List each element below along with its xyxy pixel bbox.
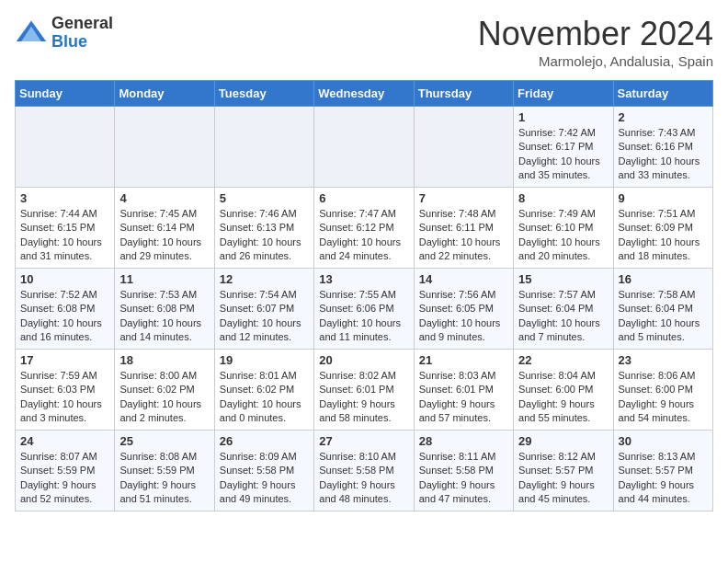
calendar-cell: 21Sunrise: 8:03 AMSunset: 6:01 PMDayligh…: [414, 350, 513, 431]
day-info: Sunrise: 7:59 AM: [20, 369, 109, 383]
day-number: 11: [119, 272, 209, 286]
day-number: 25: [119, 434, 209, 448]
day-info: Sunrise: 8:09 AM: [220, 450, 309, 464]
calendar-cell: 29Sunrise: 8:12 AMSunset: 5:57 PMDayligh…: [514, 431, 613, 511]
day-info: Daylight: 10 hours: [319, 236, 408, 249]
day-info: Sunrise: 8:00 AM: [119, 369, 209, 383]
day-info: Sunset: 5:59 PM: [20, 464, 109, 477]
calendar-cell: 8Sunrise: 7:49 AMSunset: 6:10 PMDaylight…: [514, 188, 613, 269]
day-info: and 31 minutes.: [20, 249, 109, 263]
day-info: Sunrise: 8:01 AM: [220, 369, 309, 383]
calendar-week-row: 1Sunrise: 7:42 AMSunset: 6:17 PMDaylight…: [16, 107, 713, 188]
day-info: Sunrise: 7:44 AM: [20, 207, 109, 221]
calendar-cell: [214, 107, 313, 188]
day-number: 17: [20, 353, 109, 367]
day-number: 16: [619, 272, 708, 286]
logo: General Blue: [15, 15, 113, 52]
weekday-header: Monday: [115, 81, 214, 107]
day-number: 20: [319, 353, 408, 367]
day-info: Daylight: 10 hours: [619, 236, 708, 249]
calendar-cell: 13Sunrise: 7:55 AMSunset: 6:06 PMDayligh…: [314, 269, 414, 350]
day-number: 19: [220, 353, 309, 367]
logo-blue: Blue: [51, 33, 113, 52]
day-info: Sunrise: 7:43 AM: [619, 126, 708, 140]
day-info: Sunrise: 7:52 AM: [20, 288, 109, 302]
calendar-cell: 27Sunrise: 8:10 AMSunset: 5:58 PMDayligh…: [314, 431, 414, 511]
calendar-cell: 3Sunrise: 7:44 AMSunset: 6:15 PMDaylight…: [16, 188, 115, 269]
day-info: and 16 minutes.: [20, 330, 109, 344]
day-info: Sunset: 6:04 PM: [518, 302, 608, 316]
logo-general: General: [51, 15, 113, 33]
day-info: Sunset: 6:01 PM: [419, 383, 508, 396]
calendar-cell: 4Sunrise: 7:45 AMSunset: 6:14 PMDaylight…: [115, 188, 214, 269]
calendar-cell: [16, 107, 115, 188]
day-number: 10: [20, 272, 109, 286]
day-info: and 2 minutes.: [119, 411, 209, 425]
day-info: Sunset: 6:07 PM: [220, 302, 309, 316]
day-info: and 54 minutes.: [619, 411, 708, 425]
calendar-cell: [414, 107, 513, 188]
day-info: and 33 minutes.: [619, 168, 708, 182]
calendar-cell: [314, 107, 414, 188]
day-info: Daylight: 10 hours: [419, 236, 508, 249]
day-info: Daylight: 10 hours: [220, 236, 309, 249]
calendar-cell: 2Sunrise: 7:43 AMSunset: 6:16 PMDaylight…: [613, 107, 712, 188]
day-info: and 24 minutes.: [319, 249, 408, 263]
day-info: and 55 minutes.: [518, 411, 608, 425]
day-info: Sunset: 6:03 PM: [20, 383, 109, 396]
day-info: and 47 minutes.: [419, 492, 508, 506]
day-info: Sunset: 6:09 PM: [619, 221, 708, 235]
day-info: Sunset: 5:57 PM: [518, 464, 608, 477]
day-number: 8: [518, 191, 608, 205]
day-info: Sunset: 6:08 PM: [119, 302, 209, 316]
day-number: 18: [119, 353, 209, 367]
day-info: and 49 minutes.: [220, 492, 309, 506]
calendar-cell: [115, 107, 214, 188]
day-info: and 58 minutes.: [319, 411, 408, 425]
day-info: and 7 minutes.: [518, 330, 608, 344]
day-info: Daylight: 9 hours: [319, 397, 408, 411]
day-info: Sunset: 6:17 PM: [518, 140, 608, 154]
day-info: Daylight: 10 hours: [220, 316, 309, 330]
calendar-cell: 28Sunrise: 8:11 AMSunset: 5:58 PMDayligh…: [414, 431, 513, 511]
calendar-cell: 10Sunrise: 7:52 AMSunset: 6:08 PMDayligh…: [16, 269, 115, 350]
day-info: Sunrise: 7:53 AM: [119, 288, 209, 302]
day-info: Sunrise: 7:58 AM: [619, 288, 708, 302]
calendar-cell: 20Sunrise: 8:02 AMSunset: 6:01 PMDayligh…: [314, 350, 414, 431]
day-info: Daylight: 10 hours: [119, 316, 209, 330]
day-number: 6: [319, 191, 408, 205]
day-info: Sunset: 6:16 PM: [619, 140, 708, 154]
day-info: Sunset: 6:14 PM: [119, 221, 209, 235]
day-info: Sunrise: 8:10 AM: [319, 450, 408, 464]
day-info: Sunset: 5:59 PM: [119, 464, 209, 477]
day-info: Daylight: 10 hours: [518, 155, 608, 168]
day-info: Sunset: 6:02 PM: [220, 383, 309, 396]
day-info: Sunset: 5:58 PM: [220, 464, 309, 477]
day-number: 14: [419, 272, 508, 286]
day-info: Daylight: 9 hours: [20, 478, 109, 492]
day-info: Sunset: 5:58 PM: [319, 464, 408, 477]
day-info: Sunrise: 7:56 AM: [419, 288, 508, 302]
day-info: Sunset: 6:15 PM: [20, 221, 109, 235]
day-info: Sunrise: 7:54 AM: [220, 288, 309, 302]
day-info: Sunrise: 8:04 AM: [518, 369, 608, 383]
day-number: 9: [619, 191, 708, 205]
calendar-cell: 25Sunrise: 8:08 AMSunset: 5:59 PMDayligh…: [115, 431, 214, 511]
day-info: Sunrise: 8:02 AM: [319, 369, 408, 383]
day-number: 28: [419, 434, 508, 448]
day-info: and 14 minutes.: [119, 330, 209, 344]
weekday-header: Wednesday: [314, 81, 414, 107]
day-info: Daylight: 9 hours: [119, 478, 209, 492]
day-info: Sunrise: 7:55 AM: [319, 288, 408, 302]
day-info: Daylight: 10 hours: [119, 397, 209, 411]
day-info: and 45 minutes.: [518, 492, 608, 506]
day-number: 5: [220, 191, 309, 205]
logo-icon: [15, 17, 48, 50]
day-info: Sunrise: 8:13 AM: [619, 450, 708, 464]
day-info: and 35 minutes.: [518, 168, 608, 182]
day-info: Sunset: 6:04 PM: [619, 302, 708, 316]
day-info: Daylight: 10 hours: [419, 316, 508, 330]
day-info: Daylight: 9 hours: [319, 478, 408, 492]
location-title: Marmolejo, Andalusia, Spain: [478, 53, 713, 69]
day-info: Sunrise: 7:51 AM: [619, 207, 708, 221]
